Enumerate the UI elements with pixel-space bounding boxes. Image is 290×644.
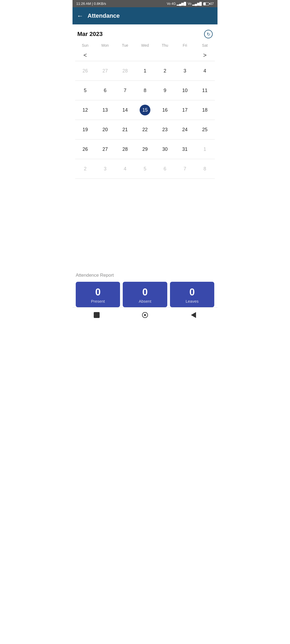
calendar-day[interactable]: 19 xyxy=(75,120,95,139)
day-headers: SunMonTueWedThuFriSat xyxy=(75,41,215,50)
calendar-week-2: 567891011 xyxy=(75,81,215,100)
report-card-label: Leaves xyxy=(186,299,198,303)
attendance-report-title: Attendence Report xyxy=(76,273,214,278)
circle-icon xyxy=(142,312,148,318)
calendar-day[interactable]: 26 xyxy=(75,140,95,159)
calendar-day[interactable]: 15 xyxy=(135,100,155,120)
status-right: Vo 4G ▂▄▆█ Vo ▂▄▆█ 37 xyxy=(167,2,214,6)
calendar-day[interactable]: 6 xyxy=(95,81,115,100)
day-header-sun: Sun xyxy=(75,42,95,49)
calendar-day[interactable]: 6 xyxy=(155,159,175,178)
calendar-day[interactable]: 10 xyxy=(175,81,195,100)
calendar-day[interactable]: 29 xyxy=(135,140,155,159)
calendar-day[interactable]: 31 xyxy=(175,140,195,159)
calendar-week-5: 2627282930311 xyxy=(75,140,215,159)
calendar-day[interactable]: 16 xyxy=(155,100,175,120)
calendar-day[interactable]: 9 xyxy=(155,81,175,100)
battery-label: 37 xyxy=(203,2,214,6)
calendar-day[interactable]: 5 xyxy=(75,81,95,100)
calendar-day[interactable]: 14 xyxy=(115,100,135,120)
triangle-icon xyxy=(191,312,196,318)
calendar-day[interactable]: 13 xyxy=(95,100,115,120)
calendar-grid: 2627281234567891011121314151617181920212… xyxy=(75,61,215,179)
calendar-day[interactable]: 28 xyxy=(115,140,135,159)
calendar-day[interactable]: 1 xyxy=(135,61,155,80)
calendar-day[interactable]: 3 xyxy=(95,159,115,178)
calendar-day[interactable]: 30 xyxy=(155,140,175,159)
report-card-value: 0 xyxy=(95,287,101,298)
back-nav-button[interactable] xyxy=(189,311,198,319)
report-card-label: Absent xyxy=(139,299,151,303)
day-header-mon: Mon xyxy=(95,42,115,49)
calendar-day[interactable]: 26 xyxy=(75,61,95,80)
calendar-day[interactable]: 25 xyxy=(195,120,215,139)
report-card: 0Leaves xyxy=(170,282,214,307)
calendar-day[interactable]: 11 xyxy=(195,81,215,100)
attendance-report: Attendence Report 0Present0Absent0Leaves xyxy=(73,267,218,307)
circle-button[interactable] xyxy=(141,311,149,319)
calendar-day[interactable]: 18 xyxy=(195,100,215,120)
status-time: 11:26 AM | 0.8KB/s xyxy=(76,2,106,6)
day-header-thu: Thu xyxy=(155,42,175,49)
report-card: 0Present xyxy=(76,282,120,307)
bottom-nav xyxy=(73,307,218,322)
calendar-day[interactable]: 5 xyxy=(135,159,155,178)
calendar-day[interactable]: 4 xyxy=(195,61,215,80)
calendar-day[interactable]: 8 xyxy=(135,81,155,100)
calendar-day[interactable]: 2 xyxy=(155,61,175,80)
prev-month-button[interactable]: < xyxy=(75,52,95,59)
calendar-day[interactable]: 17 xyxy=(175,100,195,120)
calendar-day[interactable]: 12 xyxy=(75,100,95,120)
signal-label: Vo 4G ▂▄▆█ xyxy=(167,2,186,6)
calendar-day[interactable]: 21 xyxy=(115,120,135,139)
back-button[interactable]: ← xyxy=(77,12,83,20)
report-cards: 0Present0Absent0Leaves xyxy=(76,282,214,307)
calendar-day[interactable]: 7 xyxy=(175,159,195,178)
calendar-day[interactable]: 4 xyxy=(115,159,135,178)
month-row: Mar 2023 ↻ xyxy=(75,28,215,41)
home-button[interactable] xyxy=(92,311,101,319)
calendar-week-1: 2627281234 xyxy=(75,61,215,81)
calendar-day[interactable]: 20 xyxy=(95,120,115,139)
header: ← Attendance xyxy=(73,7,218,24)
calendar-day[interactable]: 2 xyxy=(75,159,95,178)
day-header-sat: Sat xyxy=(195,42,215,49)
day-header-fri: Fri xyxy=(175,42,195,49)
calendar-week-4: 19202122232425 xyxy=(75,120,215,140)
calendar-day[interactable]: 23 xyxy=(155,120,175,139)
refresh-button[interactable]: ↻ xyxy=(204,30,213,38)
month-label: Mar 2023 xyxy=(77,31,103,38)
calendar-day[interactable]: 8 xyxy=(195,159,215,178)
page-title: Attendance xyxy=(88,12,120,19)
calendar-day[interactable]: 27 xyxy=(95,61,115,80)
report-card-label: Present xyxy=(91,299,105,303)
calendar-container: Mar 2023 ↻ SunMonTueWedThuFriSat <> 2627… xyxy=(73,24,218,265)
signal-label2: Vo ▂▄▆█ xyxy=(188,2,202,6)
calendar-day[interactable]: 1 xyxy=(195,140,215,159)
calendar-day[interactable]: 22 xyxy=(135,120,155,139)
report-card: 0Absent xyxy=(123,282,167,307)
report-card-value: 0 xyxy=(142,287,148,298)
calendar-day[interactable]: 24 xyxy=(175,120,195,139)
day-header-wed: Wed xyxy=(135,42,155,49)
calendar-day[interactable]: 28 xyxy=(115,61,135,80)
calendar-day[interactable]: 3 xyxy=(175,61,195,80)
square-icon xyxy=(94,312,100,318)
report-card-value: 0 xyxy=(189,287,195,298)
next-month-button[interactable]: > xyxy=(195,52,215,59)
day-header-tue: Tue xyxy=(115,42,135,49)
status-bar: 11:26 AM | 0.8KB/s Vo 4G ▂▄▆█ Vo ▂▄▆█ 37 xyxy=(73,0,218,7)
calendar-day[interactable]: 27 xyxy=(95,140,115,159)
calendar-week-6: 2345678 xyxy=(75,159,215,179)
calendar-week-3: 12131415161718 xyxy=(75,100,215,120)
calendar-day[interactable]: 7 xyxy=(115,81,135,100)
